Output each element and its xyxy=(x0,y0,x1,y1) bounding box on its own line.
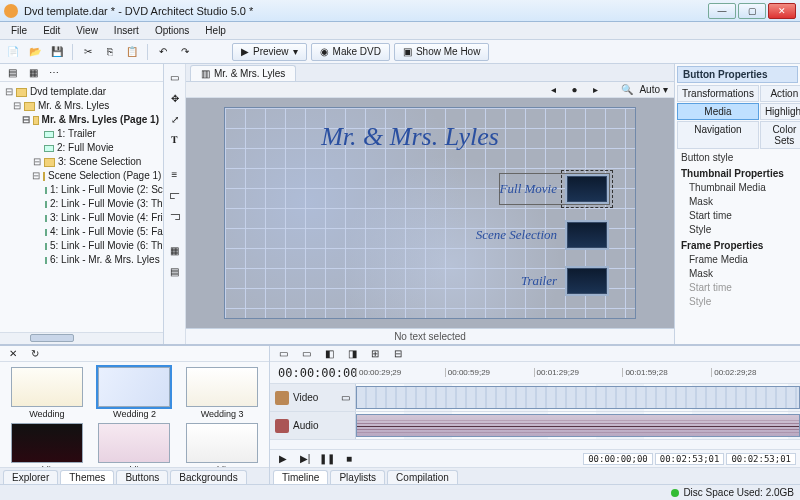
audio-clip[interactable] xyxy=(356,414,800,437)
prop-row[interactable]: Mask xyxy=(681,195,794,209)
menu-button-trailer[interactable]: Trailer xyxy=(521,266,609,296)
tl-tool[interactable]: ▭ xyxy=(274,345,292,363)
tree-sspage[interactable]: Scene Selection (Page 1) xyxy=(48,169,161,183)
menu-edit[interactable]: Edit xyxy=(36,24,67,37)
video-track[interactable]: Video▭ xyxy=(270,384,800,412)
prop-row[interactable]: Style xyxy=(681,223,794,237)
tree-item[interactable]: 2: Full Movie xyxy=(57,141,114,155)
tab-explorer[interactable]: Explorer xyxy=(3,470,58,484)
tab-compilation[interactable]: Compilation xyxy=(387,470,458,484)
select-tool[interactable]: ▭ xyxy=(166,68,184,86)
cut-button[interactable]: ✂ xyxy=(79,43,97,61)
zoom-icon[interactable]: 🔍 xyxy=(618,81,636,99)
minimize-button[interactable]: — xyxy=(708,3,736,19)
tree-tool-1[interactable]: ▤ xyxy=(3,64,21,82)
tree-scrollbar[interactable] xyxy=(0,332,163,344)
prop-tab-navigation[interactable]: Navigation xyxy=(677,121,759,149)
prop-tab-media[interactable]: Media xyxy=(677,103,759,120)
themes-refresh[interactable]: ↻ xyxy=(26,345,44,363)
nav-next[interactable]: ▸ xyxy=(586,81,604,99)
prop-row[interactable]: Thumbnail Media xyxy=(681,181,794,195)
paste-button[interactable]: 📋 xyxy=(123,43,141,61)
timeline-ruler[interactable]: 00:00:29;29 00:00:59;29 00:01:29;29 00:0… xyxy=(356,368,800,377)
tl-tool[interactable]: ▭ xyxy=(297,345,315,363)
tl-tool[interactable]: ◨ xyxy=(343,345,361,363)
make-dvd-button[interactable]: ◉Make DVD xyxy=(311,43,390,61)
prop-row[interactable]: Start time xyxy=(681,209,794,223)
tl-time-1[interactable]: 00:00:00;00 xyxy=(583,453,653,465)
tab-playlists[interactable]: Playlists xyxy=(330,470,385,484)
menu-page[interactable]: Mr. & Mrs. Lyles Full Movie Scene Select… xyxy=(225,108,635,318)
menu-file[interactable]: File xyxy=(4,24,34,37)
timecode-display[interactable]: 00:00:00:00 xyxy=(270,366,356,380)
theme-item[interactable]: Wedding 6 xyxy=(180,423,264,467)
prop-tab-colorsets[interactable]: Color Sets xyxy=(760,121,800,149)
video-clip[interactable] xyxy=(356,386,800,409)
tree-tool-2[interactable]: ▦ xyxy=(24,64,42,82)
align-tool-2[interactable]: ⫍ xyxy=(166,186,184,204)
nav-home[interactable]: ● xyxy=(565,81,583,99)
tl-tool[interactable]: ⊞ xyxy=(366,345,384,363)
tree-menu[interactable]: Mr. & Mrs. Lyles xyxy=(38,99,109,113)
tree-link[interactable]: 5: Link - Full Movie (6: The xyxy=(50,239,163,253)
tree-root[interactable]: Dvd template.dar xyxy=(30,85,106,99)
tl-tool[interactable]: ◧ xyxy=(320,345,338,363)
menu-title-text[interactable]: Mr. & Mrs. Lyles xyxy=(225,122,595,152)
tree-tool-3[interactable]: ⋯ xyxy=(45,64,63,82)
theme-item[interactable]: Wedding 3 xyxy=(180,367,264,419)
pause-button[interactable]: ❚❚ xyxy=(318,450,336,468)
audio-track[interactable]: Audio xyxy=(270,412,800,440)
theme-item[interactable]: Wedding 2 xyxy=(93,367,177,419)
project-tree[interactable]: ⊟Dvd template.dar ⊟Mr. & Mrs. Lyles ⊟Mr.… xyxy=(0,82,163,332)
size-tool[interactable]: ⤢ xyxy=(166,110,184,128)
open-button[interactable]: 📂 xyxy=(26,43,44,61)
redo-button[interactable]: ↷ xyxy=(176,43,194,61)
prop-tab-highlight[interactable]: Highlight xyxy=(760,103,800,120)
nav-prev[interactable]: ◂ xyxy=(544,81,562,99)
tree-link[interactable]: 3: Link - Full Movie (4: Frie xyxy=(50,211,163,225)
play-start-button[interactable]: ▶| xyxy=(296,450,314,468)
theme-item[interactable]: Wedding xyxy=(5,367,89,419)
tab-themes[interactable]: Themes xyxy=(60,470,114,484)
tree-item[interactable]: 1: Trailer xyxy=(57,127,96,141)
grid-tool-1[interactable]: ▦ xyxy=(166,241,184,259)
canvas-tab[interactable]: ▥Mr. & Mrs. Lyles xyxy=(190,65,296,81)
text-tool[interactable]: 𝐓 xyxy=(166,131,184,149)
tree-link[interactable]: 4: Link - Full Movie (5: Fan xyxy=(50,225,163,239)
show-me-how-button[interactable]: ▣Show Me How xyxy=(394,43,489,61)
themes-close[interactable]: ✕ xyxy=(4,345,22,363)
stop-button[interactable]: ■ xyxy=(340,450,358,468)
menu-button-scene-selection[interactable]: Scene Selection xyxy=(476,220,609,250)
tree-page1[interactable]: Mr. & Mrs. Lyles (Page 1) xyxy=(42,113,159,127)
close-button[interactable]: ✕ xyxy=(768,3,796,19)
play-button[interactable]: ▶ xyxy=(274,450,292,468)
theme-item[interactable]: Wedding 5 xyxy=(93,423,177,467)
preview-button[interactable]: ▶Preview▾ xyxy=(232,43,307,61)
new-button[interactable]: 📄 xyxy=(4,43,22,61)
prop-tab-transformations[interactable]: Transformations xyxy=(677,85,759,102)
nav-tool[interactable]: ✥ xyxy=(166,89,184,107)
maximize-button[interactable]: ▢ xyxy=(738,3,766,19)
align-tool-3[interactable]: ⫎ xyxy=(166,207,184,225)
tl-time-3[interactable]: 00:02:53;01 xyxy=(726,453,796,465)
prop-row[interactable]: Frame Media xyxy=(681,253,794,267)
prop-row[interactable]: Button style xyxy=(681,151,794,165)
undo-button[interactable]: ↶ xyxy=(154,43,172,61)
tl-tool[interactable]: ⊟ xyxy=(389,345,407,363)
prop-tab-action[interactable]: Action xyxy=(760,85,800,102)
prop-row[interactable]: Mask xyxy=(681,267,794,281)
tree-link[interactable]: 6: Link - Mr. & Mrs. Lyles (I xyxy=(50,253,163,267)
copy-button[interactable]: ⎘ xyxy=(101,43,119,61)
menu-view[interactable]: View xyxy=(69,24,105,37)
save-button[interactable]: 💾 xyxy=(48,43,66,61)
menu-help[interactable]: Help xyxy=(198,24,233,37)
tab-timeline[interactable]: Timeline xyxy=(273,470,328,484)
tl-time-2[interactable]: 00:02:53;01 xyxy=(655,453,725,465)
grid-tool-2[interactable]: ▤ xyxy=(166,262,184,280)
tab-backgrounds[interactable]: Backgrounds xyxy=(170,470,246,484)
theme-item[interactable]: Wedding 4 xyxy=(5,423,89,467)
tree-item[interactable]: 3: Scene Selection xyxy=(58,155,141,169)
tree-link[interactable]: 2: Link - Full Movie (3: The xyxy=(50,197,163,211)
zoom-auto[interactable]: Auto xyxy=(639,84,660,95)
menu-insert[interactable]: Insert xyxy=(107,24,146,37)
